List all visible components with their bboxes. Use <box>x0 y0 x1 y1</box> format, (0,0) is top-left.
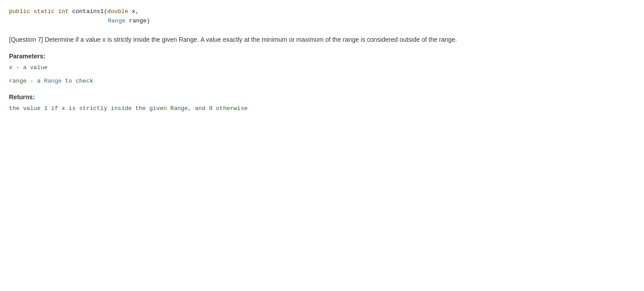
parameters-label: Parameters: <box>9 53 635 60</box>
keyword-double: double <box>107 8 128 15</box>
param-x-line: x - a value <box>9 63 635 73</box>
parameters-section: Parameters: x - a value range - a Range … <box>9 53 635 87</box>
method-name: contains1( <box>72 8 107 15</box>
type-range: Range <box>108 18 125 24</box>
description: [Question 7] Determine if a value x is s… <box>9 35 635 44</box>
signature-line2: Range range) <box>9 17 635 26</box>
range-type-link: Range <box>44 78 62 84</box>
param-range-name: range) <box>129 18 150 24</box>
code-signature: public static int contains1(double x, Ra… <box>9 7 635 26</box>
keyword-static: static <box>34 8 55 15</box>
keyword-int: int <box>58 8 68 15</box>
returns-section: Returns: the value 1 if x is strictly in… <box>9 93 635 114</box>
signature-line1: public static int contains1(double x, <box>9 7 635 17</box>
returns-text: the value 1 if x is strictly inside the … <box>9 104 635 114</box>
returns-label: Returns: <box>9 93 635 101</box>
param-range-line: range - a Range to check <box>9 77 635 86</box>
keyword-public: public <box>9 8 30 15</box>
param-x: x, <box>128 8 139 15</box>
param-block: x - a value range - a Range to check <box>9 63 635 87</box>
